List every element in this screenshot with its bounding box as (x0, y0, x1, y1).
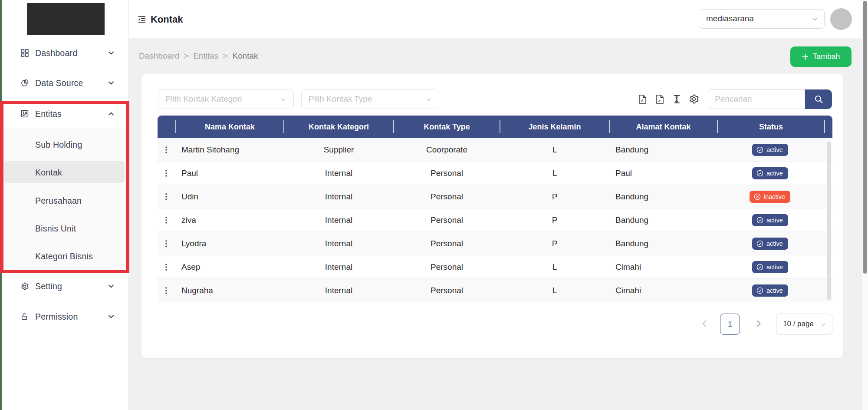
svg-text:x: x (658, 99, 661, 102)
svg-text:A: A (641, 99, 644, 102)
